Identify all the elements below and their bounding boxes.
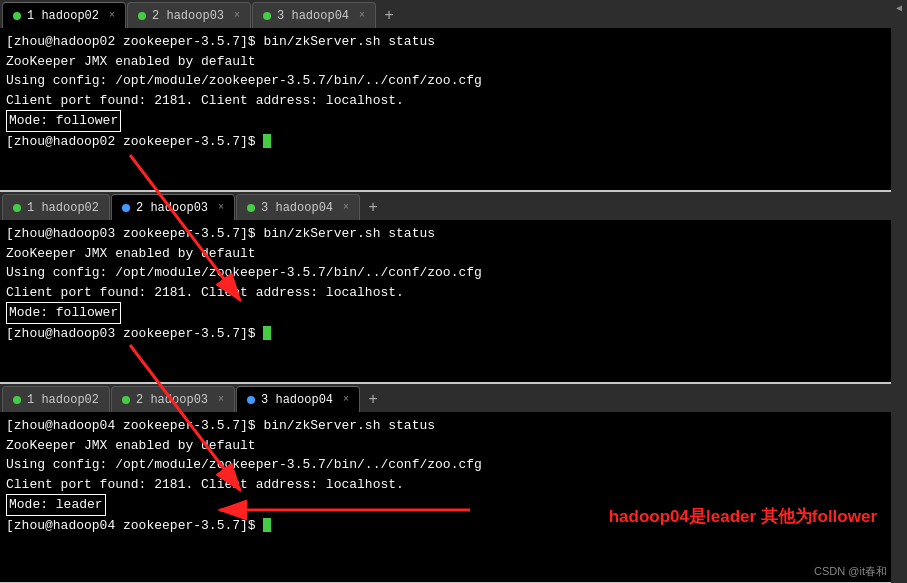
annotation-text: hadoop04是leader 其他为follower: [609, 505, 877, 528]
terminal-line: ZooKeeper JMX enabled by default: [6, 436, 885, 456]
terminal-line: Client port found: 2181. Client address:…: [6, 283, 885, 303]
tab-label: 3 hadoop04: [277, 9, 349, 23]
terminal-prompt-line: [zhou@hadoop03 zookeeper-3.5.7]$: [6, 324, 885, 344]
tab-dot: [13, 396, 21, 404]
terminal-line: Using config: /opt/module/zookeeper-3.5.…: [6, 71, 885, 91]
tab-bar-3: 1 hadoop02 2 hadoop03 × 3 hadoop04 × +: [0, 384, 891, 412]
terminal-line: [zhou@hadoop03 zookeeper-3.5.7]$ bin/zkS…: [6, 224, 885, 244]
tab-label: 2 hadoop03: [136, 201, 208, 215]
terminal-content-1: [zhou@hadoop02 zookeeper-3.5.7]$ bin/zkS…: [0, 28, 891, 190]
terminal-mode-line: Mode: follower: [6, 110, 885, 132]
mode-box: Mode: follower: [6, 302, 121, 324]
terminal-panel-3: 1 hadoop02 2 hadoop03 × 3 hadoop04 × + […: [0, 384, 891, 582]
tab-label: 1 hadoop02: [27, 9, 99, 23]
tab-3-hadoop03[interactable]: 2 hadoop03 ×: [111, 386, 235, 412]
tab-dot-active: [247, 396, 255, 404]
terminal-line: Using config: /opt/module/zookeeper-3.5.…: [6, 455, 885, 475]
terminal-content-3: [zhou@hadoop04 zookeeper-3.5.7]$ bin/zkS…: [0, 412, 891, 582]
main-container: 1 hadoop02 × 2 hadoop03 × 3 hadoop04 × +…: [0, 0, 907, 583]
tab-3-hadoop02[interactable]: 1 hadoop02: [2, 386, 110, 412]
tab-2-hadoop03[interactable]: 2 hadoop03 ×: [111, 194, 235, 220]
tab-close-icon[interactable]: ×: [109, 10, 115, 21]
terminal-line: Client port found: 2181. Client address:…: [6, 91, 885, 111]
tab-label: 3 hadoop04: [261, 201, 333, 215]
tab-label: 2 hadoop03: [136, 393, 208, 407]
right-sidebar: ◀: [891, 0, 907, 583]
tab-1-hadoop04[interactable]: 3 hadoop04 ×: [252, 2, 376, 28]
terminal-panel-2: 1 hadoop02 2 hadoop03 × 3 hadoop04 × + […: [0, 192, 891, 382]
tab-dot-active: [13, 12, 21, 20]
tab-2-hadoop04[interactable]: 3 hadoop04 ×: [236, 194, 360, 220]
tab-close-icon[interactable]: ×: [343, 202, 349, 213]
tab-dot: [263, 12, 271, 20]
tab-bar-2: 1 hadoop02 2 hadoop03 × 3 hadoop04 × +: [0, 192, 891, 220]
tab-label: 1 hadoop02: [27, 201, 99, 215]
terminal-cursor: [263, 326, 271, 340]
tab-close-icon[interactable]: ×: [343, 394, 349, 405]
tab-1-hadoop03[interactable]: 2 hadoop03 ×: [127, 2, 251, 28]
tab-dot: [247, 204, 255, 212]
tab-close-icon[interactable]: ×: [359, 10, 365, 21]
tab-close-icon[interactable]: ×: [218, 202, 224, 213]
mode-box: Mode: follower: [6, 110, 121, 132]
tab-close-icon[interactable]: ×: [234, 10, 240, 21]
sidebar-arrow-up[interactable]: ◀: [896, 4, 902, 14]
terminal-line: Client port found: 2181. Client address:…: [6, 475, 885, 495]
tab-1-hadoop02[interactable]: 1 hadoop02 ×: [2, 2, 126, 28]
tab-2-hadoop02[interactable]: 1 hadoop02: [2, 194, 110, 220]
terminal-line: ZooKeeper JMX enabled by default: [6, 244, 885, 264]
watermark: CSDN @it春和: [814, 564, 887, 579]
terminal-line: [zhou@hadoop02 zookeeper-3.5.7]$ bin/zkS…: [6, 32, 885, 52]
tab-dot: [122, 396, 130, 404]
terminal-line: ZooKeeper JMX enabled by default: [6, 52, 885, 72]
tab-bar-1: 1 hadoop02 × 2 hadoop03 × 3 hadoop04 × +: [0, 0, 891, 28]
terminal-line: Using config: /opt/module/zookeeper-3.5.…: [6, 263, 885, 283]
terminal-content-2: [zhou@hadoop03 zookeeper-3.5.7]$ bin/zkS…: [0, 220, 891, 382]
mode-box: Mode: leader: [6, 494, 106, 516]
new-tab-button[interactable]: +: [377, 4, 401, 28]
tab-close-icon[interactable]: ×: [218, 394, 224, 405]
terminal-mode-line: Mode: follower: [6, 302, 885, 324]
new-tab-button[interactable]: +: [361, 388, 385, 412]
tab-3-hadoop04[interactable]: 3 hadoop04 ×: [236, 386, 360, 412]
new-tab-button[interactable]: +: [361, 196, 385, 220]
terminal-line: [zhou@hadoop04 zookeeper-3.5.7]$ bin/zkS…: [6, 416, 885, 436]
tab-label: 2 hadoop03: [152, 9, 224, 23]
terminal-cursor: [263, 518, 271, 532]
tab-dot-active: [122, 204, 130, 212]
tab-label: 1 hadoop02: [27, 393, 99, 407]
tab-dot: [13, 204, 21, 212]
tab-label: 3 hadoop04: [261, 393, 333, 407]
terminal-cursor: [263, 134, 271, 148]
terminal-panel-1: 1 hadoop02 × 2 hadoop03 × 3 hadoop04 × +…: [0, 0, 891, 190]
tab-dot: [138, 12, 146, 20]
terminal-prompt-line: [zhou@hadoop02 zookeeper-3.5.7]$: [6, 132, 885, 152]
